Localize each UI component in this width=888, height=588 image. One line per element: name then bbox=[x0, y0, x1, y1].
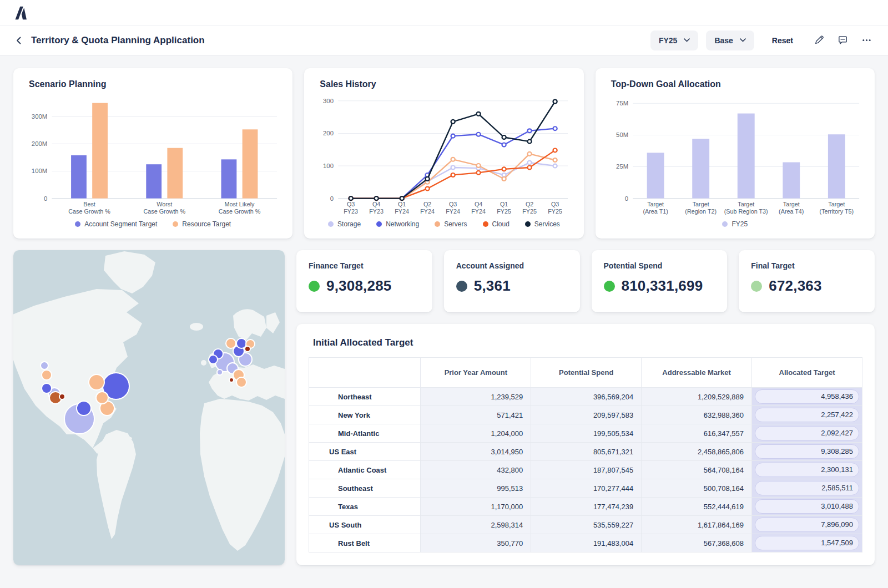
territory-bubble[interactable] bbox=[96, 392, 108, 404]
app-header-bar: Territory & Quota Planning Application F… bbox=[0, 26, 888, 55]
table-cell: 199,505,534 bbox=[531, 424, 642, 443]
svg-text:Target(Area T1): Target(Area T1) bbox=[643, 201, 668, 215]
territory-bubble[interactable] bbox=[229, 378, 234, 382]
kpi-status-dot bbox=[751, 281, 762, 292]
territory-bubble[interactable] bbox=[245, 346, 250, 352]
world-map bbox=[13, 250, 285, 565]
comment-bubble-icon bbox=[837, 35, 848, 45]
dashboard-content: Scenario Planning 0100M200M300MBestCase … bbox=[0, 55, 888, 578]
svg-text:Q1FY24: Q1FY24 bbox=[395, 201, 410, 215]
territory-bubble[interactable] bbox=[217, 369, 223, 375]
svg-text:25M: 25M bbox=[616, 164, 628, 170]
table-title: Initial Allocated Target bbox=[313, 337, 862, 348]
svg-text:300: 300 bbox=[323, 98, 334, 104]
territory-bubble[interactable] bbox=[42, 370, 52, 380]
table-cell: 632,988,360 bbox=[642, 406, 752, 424]
svg-text:Target(Territory T5): Target(Territory T5) bbox=[819, 201, 854, 215]
table-cell: 616,347,557 bbox=[642, 424, 752, 443]
kpi-value: 810,331,699 bbox=[622, 277, 703, 295]
legend-dot bbox=[435, 221, 440, 227]
legend-item-resource-target: Resource Target bbox=[173, 220, 231, 228]
kpi-status-dot bbox=[309, 281, 320, 292]
table-cell: 187,807,545 bbox=[531, 461, 642, 479]
svg-text:Q2FY25: Q2FY25 bbox=[523, 201, 537, 215]
allocated-target-input[interactable]: 3,010,488 bbox=[755, 499, 859, 514]
table-cell: 177,474,239 bbox=[531, 498, 642, 516]
svg-text:300M: 300M bbox=[32, 113, 47, 120]
anaplan-logo-icon[interactable] bbox=[13, 6, 28, 20]
table-body: Northeast1,239,529396,569,2041,209,529,8… bbox=[309, 388, 862, 552]
allocated-target-input[interactable]: 7,896,090 bbox=[755, 518, 859, 532]
allocated-target-input[interactable]: 2,257,422 bbox=[755, 408, 859, 422]
allocated-target-cell: 2,300,131 bbox=[752, 461, 862, 479]
allocated-target-table: Prior Year AmountPotential SpendAddressa… bbox=[309, 357, 862, 552]
row-label: New York bbox=[309, 406, 421, 424]
row-label: Rust Belt bbox=[309, 534, 421, 552]
legend-label: FY25 bbox=[731, 220, 748, 228]
version-selector[interactable]: Base bbox=[706, 31, 754, 50]
legend-item-storage: Storage bbox=[328, 220, 361, 228]
allocated-target-input[interactable]: 2,300,131 bbox=[755, 463, 859, 477]
row-label: US East bbox=[309, 443, 421, 461]
territory-bubble[interactable] bbox=[89, 374, 104, 390]
version-selector-value: Base bbox=[714, 36, 733, 45]
allocated-target-input[interactable]: 4,958,436 bbox=[755, 389, 859, 404]
row-label: Texas bbox=[309, 498, 421, 516]
chevron-left-icon bbox=[14, 36, 23, 45]
svg-text:Q4FY24: Q4FY24 bbox=[472, 201, 486, 215]
table-cell: 209,597,583 bbox=[531, 406, 642, 424]
svg-text:Q3FY24: Q3FY24 bbox=[446, 201, 461, 215]
svg-text:100M: 100M bbox=[32, 168, 47, 175]
kpi-label: Final Target bbox=[751, 261, 862, 270]
table-cell: 564,708,164 bbox=[642, 461, 752, 479]
legend-item-networking: Networking bbox=[376, 220, 419, 228]
territory-bubble[interactable] bbox=[77, 401, 91, 415]
svg-text:Target(Region T2): Target(Region T2) bbox=[685, 201, 717, 215]
topdown-goal-allocation-card: Top-Down Goal Allocation 025M50M75MTarge… bbox=[596, 68, 875, 239]
column-header-empty bbox=[309, 358, 421, 388]
kpi-label: Account Assigned bbox=[456, 261, 568, 270]
kpi-label: Finance Target bbox=[309, 261, 420, 270]
column-header-addressable-market: Addressable Market bbox=[642, 358, 752, 388]
svg-text:WorstCase Growth %: WorstCase Growth % bbox=[143, 201, 185, 215]
territory-bubble[interactable] bbox=[236, 377, 246, 387]
table-cell: 1,170,000 bbox=[421, 498, 531, 516]
column-header-prior-year-amount: Prior Year Amount bbox=[421, 358, 531, 388]
allocated-target-input[interactable]: 1,547,509 bbox=[755, 536, 859, 550]
row-label: Northeast bbox=[309, 388, 421, 406]
territory-bubble[interactable] bbox=[41, 362, 48, 369]
row-label: Southeast bbox=[309, 479, 421, 498]
kpi-card-final-target: Final Target672,363 bbox=[739, 250, 875, 312]
legend-item-account-segment-target: Account Segment Target bbox=[75, 220, 157, 228]
allocated-target-input[interactable]: 2,585,511 bbox=[755, 481, 859, 495]
territory-bubble[interactable] bbox=[42, 383, 52, 393]
territory-bubble[interactable] bbox=[59, 394, 65, 399]
chevron-down-icon bbox=[740, 38, 746, 42]
top-logo-bar bbox=[0, 0, 888, 26]
allocated-target-cell: 7,896,090 bbox=[752, 516, 862, 534]
comment-button[interactable] bbox=[835, 32, 851, 48]
edit-button[interactable] bbox=[811, 32, 827, 48]
sales-history-card: Sales History 0100200300Q3FY23Q4FY23Q1FY… bbox=[304, 68, 583, 239]
legend-item-fy25: FY25 bbox=[722, 220, 748, 228]
svg-text:Target(Area T4): Target(Area T4) bbox=[779, 201, 804, 215]
allocated-target-input[interactable]: 9,308,285 bbox=[755, 444, 859, 459]
svg-text:Q3FY25: Q3FY25 bbox=[548, 201, 563, 215]
more-options-button[interactable] bbox=[859, 32, 875, 48]
back-button[interactable] bbox=[13, 35, 24, 46]
kpi-value: 5,361 bbox=[474, 277, 511, 295]
svg-text:0: 0 bbox=[330, 195, 334, 202]
period-selector[interactable]: FY25 bbox=[650, 31, 698, 50]
territory-bubble[interactable] bbox=[226, 338, 236, 348]
territory-bubble[interactable] bbox=[209, 355, 218, 364]
allocated-target-cell: 4,958,436 bbox=[752, 388, 862, 406]
table-cell: 350,770 bbox=[421, 534, 531, 552]
scenario-planning-card: Scenario Planning 0100M200M300MBestCase … bbox=[13, 68, 292, 239]
reset-button[interactable]: Reset bbox=[769, 36, 796, 45]
topdown-goal-allocation-chart: 025M50M75MTarget(Area T1)Target(Region T… bbox=[607, 92, 864, 218]
table-cell: 1,239,529 bbox=[421, 388, 531, 406]
kpi-card-finance-target: Finance Target9,308,285 bbox=[296, 250, 432, 312]
period-selector-value: FY25 bbox=[659, 36, 677, 45]
allocated-target-input[interactable]: 2,092,427 bbox=[755, 426, 859, 440]
table-row-texas: Texas1,170,000177,474,239552,444,6193,01… bbox=[309, 498, 862, 516]
